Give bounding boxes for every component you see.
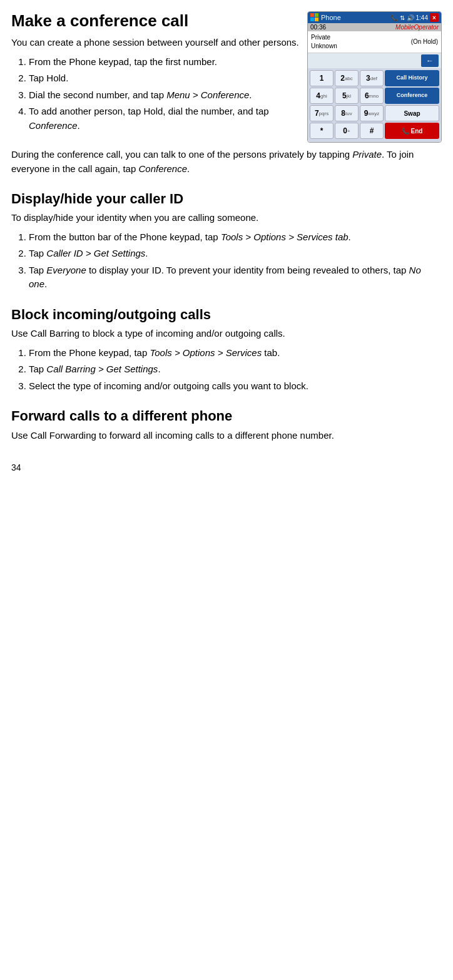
key-3[interactable]: 3def (360, 70, 384, 86)
phone-call-info: Private Unknown (On Hold) (308, 31, 441, 53)
svg-rect-2 (310, 18, 314, 21)
svg-rect-0 (310, 13, 314, 17)
phone-titlebar-left: Phone (310, 13, 341, 22)
caller-id-steps: From the button bar of the Phone keypad,… (29, 230, 442, 292)
key-5[interactable]: 5jkl (335, 88, 359, 104)
phone-status-icons: 📞 ⇅ 🔊 1:44 × (390, 13, 439, 22)
phone-signal-icon: ⇅ (400, 14, 405, 21)
caller-id-step-2: Tap Caller ID > Get Settings. (29, 247, 442, 261)
end-button[interactable]: 📞 End (385, 123, 439, 139)
key-8[interactable]: 8tuv (335, 105, 359, 121)
swap-button[interactable]: Swap (385, 105, 439, 121)
block-calls-step-3: Select the type of incoming and/or outgo… (29, 379, 442, 394)
key-hash[interactable]: # (360, 123, 384, 139)
phone-keypad: 1 2abc 3def Call History 4ghi 5jkl 6mno … (308, 68, 441, 142)
key-4[interactable]: 4ghi (310, 88, 333, 104)
phone-backspace-row: ← (308, 53, 441, 68)
block-calls-intro: Use Call Barring to block a type of inco… (11, 327, 442, 341)
caller-id-title: Display/hide your caller ID (11, 191, 442, 207)
key-star[interactable]: * (310, 123, 333, 139)
key-1[interactable]: 1 (310, 70, 333, 86)
phone-on-hold: (On Hold) (411, 38, 438, 46)
conference-call-steps: From the Phone keypad, tap the first num… (29, 55, 300, 133)
phone-call-icon: 📞 (390, 14, 398, 21)
forward-calls-title: Forward calls to a different phone (11, 408, 442, 424)
key-7[interactable]: 7pqrs (310, 105, 333, 121)
key-6[interactable]: 6mno (360, 88, 384, 104)
block-calls-step-2: Tap Call Barring > Get Settings. (29, 362, 442, 377)
phone-operator: MobileOperator (395, 24, 439, 31)
caller-id-step-3: Tap Everyone to display your ID. To prev… (29, 263, 442, 292)
keypad-row-3: 7pqrs 8tuv 9wxyz Swap (310, 105, 439, 121)
phone-status-bar: 00:36 MobileOperator (308, 23, 441, 31)
phone-close-button[interactable]: × (430, 13, 439, 22)
top-section: Make a conference call You can create a … (11, 11, 442, 143)
phone-volume-icon: 🔊 (407, 14, 414, 21)
block-calls-steps: From the Phone keypad, tap Tools > Optio… (29, 346, 442, 394)
svg-rect-1 (315, 13, 318, 17)
caller-id-step-1: From the button bar of the Phone keypad,… (29, 230, 442, 245)
key-2[interactable]: 2abc (335, 70, 359, 86)
page-number: 34 (11, 462, 442, 472)
phone-app-name: Phone (321, 14, 341, 21)
keypad-row-1: 1 2abc 3def Call History (310, 70, 439, 86)
conference-button[interactable]: Conference (385, 88, 439, 104)
key-0[interactable]: 0+ (335, 123, 359, 139)
phone-duration: 00:36 (310, 24, 326, 31)
key-9[interactable]: 9wxyz (360, 105, 384, 121)
keypad-row-4: * 0+ # 📞 End (310, 123, 439, 139)
forward-calls-intro: Use Call Forwarding to forward all incom… (11, 429, 442, 443)
conference-note: During the conference call, you can talk… (11, 148, 442, 176)
phone-caller-name: Private (311, 33, 337, 42)
phone-titlebar: Phone 📞 ⇅ 🔊 1:44 × (308, 12, 441, 23)
end-label: End (411, 128, 423, 135)
phone-caller-details: Private Unknown (311, 33, 337, 51)
step-4: To add another person, tap Hold, dial th… (29, 105, 300, 133)
phone-icon: 📞 (402, 128, 409, 135)
phone-backspace-button[interactable]: ← (421, 54, 439, 67)
phone-caller-id: Unknown (311, 42, 337, 51)
svg-rect-3 (315, 18, 318, 21)
step-3: Dial the second number, and tap Menu > C… (29, 88, 300, 103)
conference-call-title: Make a conference call (11, 11, 300, 31)
keypad-row-2: 4ghi 5jkl 6mno Conference (310, 88, 439, 104)
caller-id-intro: To display/hide your identity when you a… (11, 211, 442, 225)
block-calls-step-1: From the Phone keypad, tap Tools > Optio… (29, 346, 442, 360)
conference-call-intro: You can create a phone session between y… (11, 36, 300, 50)
call-history-button[interactable]: Call History (385, 70, 439, 86)
block-calls-title: Block incoming/outgoing calls (11, 307, 442, 323)
top-text-block: Make a conference call You can create a … (11, 11, 300, 138)
phone-mockup: Phone 📞 ⇅ 🔊 1:44 × 00:36 MobileOperator … (307, 11, 442, 143)
windows-mobile-icon (310, 13, 319, 22)
step-2: Tap Hold. (29, 71, 300, 86)
step-1: From the Phone keypad, tap the first num… (29, 55, 300, 69)
phone-time: 1:44 (416, 14, 428, 21)
